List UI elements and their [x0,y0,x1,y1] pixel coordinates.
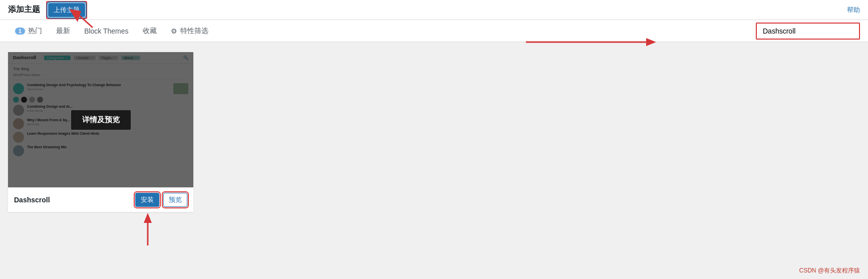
page-title: 添加主题 [8,5,40,15]
tab-block-themes-label: Block Themes [84,27,128,35]
theme-footer: Dashscroll 安装 预览 [8,187,193,212]
theme-preview[interactable]: Dashscroll Categories → Lifestyle → Page… [8,52,193,187]
nav-tabs: 1 热门 最新 Block Themes 收藏 ⚙ 特性筛选 [0,20,868,42]
features-filter-label: 特性筛选 [180,27,208,36]
upload-theme-button[interactable]: 上传主题 [48,3,85,17]
install-button[interactable]: 安装 [135,193,159,207]
gear-icon: ⚙ [171,27,177,35]
watermark: CSDN @有头发程序猿 [799,266,860,275]
tab-favorites-label: 收藏 [143,27,157,36]
svg-marker-5 [144,213,152,223]
tab-popular-badge: 1 [15,28,25,35]
tab-latest-label: 最新 [56,27,70,36]
tab-popular[interactable]: 1 热门 [8,20,49,42]
upload-btn-wrapper: 上传主题 [46,1,87,19]
tab-latest[interactable]: 最新 [49,20,77,42]
features-filter[interactable]: ⚙ 特性筛选 [164,23,215,40]
tab-favorites[interactable]: 收藏 [136,20,164,42]
preview-button[interactable]: 预览 [163,193,187,207]
tab-block-themes[interactable]: Block Themes [77,20,135,42]
top-bar-left: 添加主题 上传主题 [8,1,87,19]
nav-search-area [756,23,860,40]
search-wrapper [756,23,860,40]
detail-preview-button[interactable]: 详情及预览 [71,110,131,130]
theme-overlay[interactable]: 详情及预览 [8,52,193,187]
theme-card: Dashscroll Categories → Lifestyle → Page… [8,52,193,212]
theme-name: Dashscroll [14,196,50,204]
main-content: Dashscroll Categories → Lifestyle → Page… [0,42,868,222]
help-link[interactable]: 帮助 [847,6,860,15]
search-input[interactable] [758,25,858,38]
tab-popular-label: 热门 [28,27,42,36]
theme-actions: 安装 预览 [135,193,187,207]
top-bar: 添加主题 上传主题 帮助 [0,0,868,20]
